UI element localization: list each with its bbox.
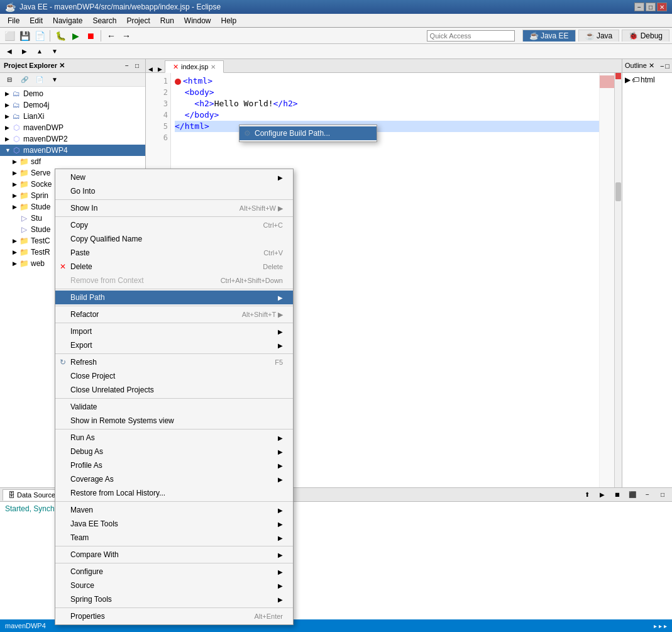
ctx-spring-tools[interactable]: Spring Tools ▶ <box>55 592 293 606</box>
ctx-paste[interactable]: Paste Ctrl+V <box>55 246 293 260</box>
scroll-left-icon[interactable]: ◀ <box>148 66 153 72</box>
arrow-icon: ▶ <box>13 181 19 187</box>
ctx-close-unrelated[interactable]: Close Unrelated Projects <box>55 383 293 397</box>
menu-search[interactable]: Search <box>87 15 121 26</box>
bottom-btn3[interactable]: ⏹ <box>610 488 624 502</box>
delete-icon: ✕ <box>58 262 68 272</box>
menu-edit[interactable]: Edit <box>25 15 48 26</box>
ctx-run-as[interactable]: Run As ▶ <box>55 431 293 445</box>
ctx-team[interactable]: Team ▶ <box>55 531 293 545</box>
scrollbar-thumb[interactable] <box>615 182 621 201</box>
html-icon: 🏷 <box>632 75 639 84</box>
save-all-button[interactable]: 📄 <box>33 29 47 43</box>
save-button[interactable]: 💾 <box>18 29 31 43</box>
ctx-delete[interactable]: ✕ Delete Delete <box>55 260 293 274</box>
ctx-copy[interactable]: Copy Ctrl+C <box>55 218 293 232</box>
menu-navigate[interactable]: Navigate <box>48 15 87 26</box>
sep5 <box>55 323 293 323</box>
tree-item-sdf[interactable]: ▶ 📁 sdf <box>0 156 145 167</box>
sep1 <box>50 30 50 42</box>
ctx-import[interactable]: Import ▶ <box>55 324 293 338</box>
menu-help[interactable]: Help <box>216 15 242 26</box>
ctx-javaee-tools[interactable]: Java EE Tools ▶ <box>55 517 293 531</box>
tree-item-demo4j[interactable]: ▶ 🗂 Demo4j <box>0 99 145 111</box>
ctx-profile-as[interactable]: Profile As ▶ <box>55 458 293 472</box>
ctx-coverage-as[interactable]: Coverage As ▶ <box>55 472 293 486</box>
outline-min-btn[interactable]: − <box>660 62 664 70</box>
new-item-btn[interactable]: 📄 <box>33 73 47 87</box>
bottom-minimize[interactable]: − <box>641 488 654 502</box>
bottom-btn4[interactable]: ⬛ <box>625 488 639 502</box>
ctx-configure-build-path[interactable]: ⚙ Configure Build Path... <box>240 126 377 140</box>
collapse-all-btn[interactable]: ⊟ <box>3 73 16 87</box>
ctx-build-path[interactable]: Build Path ▶ <box>55 291 293 304</box>
ctx-configure[interactable]: Configure ▶ <box>55 565 293 579</box>
bottom-btn2[interactable]: ▶ <box>595 488 609 502</box>
ctx-remove-context: Remove from Context Ctrl+Alt+Shift+Down <box>55 274 293 287</box>
editor-tab-indexjsp[interactable]: ✕ index.jsp ✕ <box>165 60 224 73</box>
ctx-close-project[interactable]: Close Project <box>55 369 293 383</box>
ctx-refactor[interactable]: Refactor Alt+Shift+T ▶ <box>55 308 293 321</box>
ctx-export[interactable]: Export ▶ <box>55 338 293 352</box>
bottom-btn1[interactable]: ⬆ <box>580 488 594 502</box>
bottom-maximize[interactable]: □ <box>656 488 669 502</box>
outline-max-btn[interactable]: □ <box>665 62 669 70</box>
quick-access-area: ☕ Java EE ☕ Java 🐞 Debug <box>427 30 669 42</box>
menu-project[interactable]: Project <box>121 15 155 26</box>
forward-button[interactable]: → <box>119 29 133 43</box>
ctx-compare-with[interactable]: Compare With ▶ <box>55 548 293 562</box>
ctx-copy-qualified[interactable]: Copy Qualified Name <box>55 232 293 246</box>
ctx-debug-as[interactable]: Debug As ▶ <box>55 445 293 458</box>
back2-button[interactable]: ◀ <box>3 45 16 58</box>
outline-item-html[interactable]: ▶ 🏷 html <box>625 75 669 84</box>
ctx-refresh[interactable]: ↻ Refresh F5 <box>55 355 293 369</box>
sep4 <box>55 306 293 306</box>
up-button[interactable]: ▲ <box>33 45 47 58</box>
ctx-configure-label: Configure <box>70 567 103 576</box>
ctx-restore-history[interactable]: Restore from Local History... <box>55 486 293 500</box>
ctx-maven[interactable]: Maven ▶ <box>55 503 293 517</box>
folder-icon: 📁 <box>19 179 29 189</box>
ctx-validate[interactable]: Validate <box>55 400 293 414</box>
forward2-button[interactable]: ▶ <box>18 45 31 58</box>
quick-access-input[interactable] <box>427 30 515 42</box>
ctx-show-in[interactable]: Show In Alt+Shift+W ▶ <box>55 201 293 215</box>
link-with-editor-btn[interactable]: 🔗 <box>18 73 31 87</box>
new-button[interactable]: ⬜ <box>3 29 16 43</box>
scroll-right-icon[interactable]: ▶ <box>158 66 162 72</box>
ctx-show-remote[interactable]: Show in Remote Systems view <box>55 414 293 428</box>
menu-run[interactable]: Run <box>155 15 179 26</box>
ctx-properties[interactable]: Properties Alt+Enter <box>55 609 293 623</box>
sep9 <box>55 501 293 502</box>
outline-header: Outline ✕ − □ <box>622 59 672 73</box>
close-button[interactable]: ✕ <box>657 3 667 11</box>
view-menu-btn[interactable]: ▼ <box>48 73 62 87</box>
down-button[interactable]: ▼ <box>48 45 62 58</box>
tree-item-demo[interactable]: ▶ 🗂 Demo <box>0 88 145 99</box>
tree-item-lianxi[interactable]: ▶ 🗂 LianXi <box>0 111 145 122</box>
ctx-source[interactable]: Source ▶ <box>55 579 293 592</box>
maximize-panel-btn[interactable]: □ <box>133 62 141 70</box>
arrow-right-icon: ▶ <box>278 552 283 558</box>
tree-item-mavendwp4[interactable]: ▼ ⬡ mavenDWP4 <box>0 145 145 156</box>
minimize-button[interactable]: − <box>634 3 644 11</box>
java-tab[interactable]: ☕ Java <box>578 30 620 42</box>
code-line-3: <h2>Hello World!</h2> <box>175 98 619 109</box>
ctx-go-into[interactable]: Go Into <box>55 184 293 198</box>
tree-item-mavendwp2[interactable]: ▶ ⬡ mavenDWP2 <box>0 133 145 145</box>
minimize-panel-btn[interactable]: − <box>123 62 131 70</box>
back-button[interactable]: ← <box>104 29 118 43</box>
arrow-right-icon: ▶ <box>278 342 283 349</box>
menu-window[interactable]: Window <box>179 15 216 26</box>
maximize-button[interactable]: □ <box>646 3 656 11</box>
run-button[interactable]: ▶ <box>69 29 82 43</box>
java-ee-tab[interactable]: ☕ Java EE <box>522 30 576 42</box>
tab-close-icon[interactable]: ✕ <box>211 64 216 70</box>
stop-button[interactable]: ⏹ <box>84 29 97 43</box>
menu-file[interactable]: File <box>3 15 25 26</box>
tree-item-mavendwp[interactable]: ▶ ⬡ mavenDWP <box>0 122 145 133</box>
ctx-source-label: Source <box>70 581 94 590</box>
debug-tab[interactable]: 🐞 Debug <box>622 30 669 42</box>
ctx-new[interactable]: New ▶ <box>55 170 293 184</box>
debug-button[interactable]: 🐛 <box>53 29 67 43</box>
